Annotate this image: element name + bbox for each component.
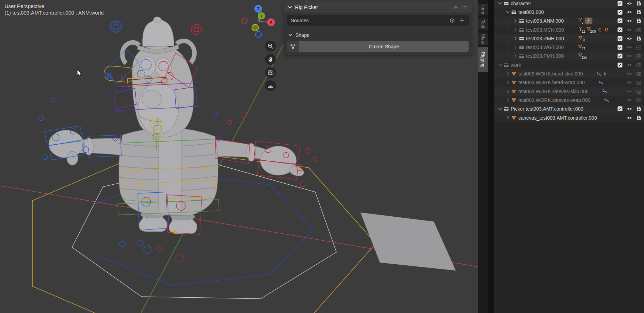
render-visibility-toggle[interactable] bbox=[634, 0, 643, 8]
outliner-row[interactable]: test003.PMH.000126 bbox=[494, 52, 644, 61]
render-visibility-toggle[interactable] bbox=[634, 25, 643, 34]
chevron-right-icon[interactable] bbox=[505, 89, 511, 94]
viewport-hide-toggle[interactable] bbox=[625, 69, 634, 78]
gizmo-z-negative-ball[interactable] bbox=[255, 31, 262, 38]
viewport-hide-toggle[interactable] bbox=[625, 61, 634, 69]
exclude-collection-checkbox[interactable] bbox=[615, 25, 625, 34]
exclude-collection-checkbox[interactable] bbox=[615, 8, 625, 16]
render-visibility-toggle[interactable] bbox=[634, 113, 643, 122]
tab-item[interactable]: Item bbox=[478, 4, 488, 15]
shape-collapse-chevron-icon[interactable] bbox=[288, 32, 293, 38]
outliner-row[interactable]: test003.WORK.sleeves-skin.000 bbox=[494, 87, 644, 96]
chevron-right-icon[interactable] bbox=[505, 97, 511, 103]
create-shape-icon-button[interactable] bbox=[287, 41, 299, 52]
editor-divider[interactable] bbox=[488, 0, 494, 313]
tab-rigging[interactable]: Rigging bbox=[478, 47, 488, 72]
checkbox-checked-icon bbox=[618, 10, 622, 15]
render-visibility-toggle[interactable] bbox=[634, 69, 643, 78]
render-visibility-toggle[interactable] bbox=[634, 105, 643, 113]
outliner-row[interactable]: test003.RMH.00031 bbox=[494, 34, 644, 43]
create-shape-button[interactable]: Create Shape bbox=[299, 41, 469, 52]
viewport-3d[interactable]: R L User Perspective (1) test003.AMT.con… bbox=[0, 0, 488, 313]
render-visibility-toggle[interactable] bbox=[634, 78, 643, 87]
outliner-row[interactable]: test003.WORK.head-skin.000 bbox=[494, 69, 644, 78]
exclude-collection-checkbox[interactable] bbox=[615, 61, 625, 69]
render-visibility-toggle[interactable] bbox=[634, 43, 643, 51]
chevron-down-icon[interactable] bbox=[505, 9, 511, 15]
panel-collapse-chevron-icon[interactable] bbox=[287, 5, 293, 10]
gizmo-y-negative-ball[interactable] bbox=[252, 24, 259, 31]
viewport-hide-toggle[interactable] bbox=[625, 52, 634, 61]
outliner-row[interactable]: test003.WGT.00047 bbox=[494, 43, 644, 51]
mesh-object-icon bbox=[511, 71, 517, 77]
outliner-row[interactable]: canevas_test003.AMT.controller.000 bbox=[494, 113, 644, 122]
mesh-cube-icon[interactable] bbox=[450, 18, 455, 23]
gizmo-z-ball[interactable]: Z bbox=[254, 5, 262, 13]
render-visibility-toggle[interactable] bbox=[634, 87, 643, 96]
row-badges bbox=[599, 80, 604, 85]
shape-subpanel-header[interactable]: Shape bbox=[284, 30, 472, 40]
exclude-collection-checkbox[interactable] bbox=[615, 52, 625, 61]
outliner-row[interactable]: test003.000 bbox=[494, 8, 644, 16]
outliner-row[interactable]: character bbox=[494, 0, 644, 8]
outliner-row[interactable]: test003.MCH.00011209 bbox=[494, 25, 644, 34]
exclude-collection-checkbox[interactable] bbox=[615, 0, 625, 8]
outliner-row[interactable]: work bbox=[494, 61, 644, 69]
viewport-hide-toggle[interactable] bbox=[625, 87, 634, 96]
viewport-hide-toggle[interactable] bbox=[625, 43, 634, 51]
render-visibility-toggle[interactable] bbox=[634, 52, 643, 61]
outliner-row[interactable]: test003.ANM.0003 bbox=[494, 17, 644, 25]
rig-picker-panel-header[interactable]: Rig Picker bbox=[284, 2, 472, 13]
outliner-item-label: test003.ANM.000 bbox=[526, 18, 564, 24]
outliner-row[interactable]: test003.WORK.sleeves-wrap.000 bbox=[494, 96, 644, 104]
gizmo-x-ball[interactable]: X bbox=[267, 18, 275, 26]
exclude-collection-checkbox[interactable] bbox=[615, 105, 625, 113]
outliner-row[interactable]: Picker test003.AMT.controller.000 bbox=[494, 105, 644, 113]
plus-icon[interactable] bbox=[453, 5, 459, 10]
gizmo-x-negative-ball[interactable] bbox=[241, 17, 248, 24]
viewport-hide-toggle[interactable] bbox=[625, 113, 634, 122]
viewport-hide-toggle[interactable] bbox=[625, 105, 634, 113]
mesh-object-icon bbox=[511, 115, 517, 121]
chevron-right-icon[interactable] bbox=[505, 80, 511, 85]
dots-grid-icon[interactable] bbox=[462, 6, 468, 9]
plane-object[interactable] bbox=[360, 212, 456, 271]
chevron-down-icon[interactable] bbox=[497, 62, 503, 68]
render-visibility-toggle[interactable] bbox=[634, 96, 643, 104]
hand-button[interactable] bbox=[265, 54, 276, 65]
camera-button[interactable] bbox=[265, 67, 276, 78]
tab-view[interactable]: View bbox=[478, 33, 488, 45]
magnifier-plus-button[interactable] bbox=[265, 41, 276, 51]
chevron-right-icon[interactable] bbox=[512, 45, 518, 50]
grid-button[interactable] bbox=[265, 80, 276, 91]
exclude-collection-checkbox[interactable] bbox=[615, 43, 625, 51]
render-visibility-toggle[interactable] bbox=[634, 17, 643, 25]
viewport-hide-toggle[interactable] bbox=[625, 17, 634, 25]
viewport-hide-toggle[interactable] bbox=[625, 8, 634, 16]
exclude-collection-checkbox[interactable] bbox=[615, 34, 625, 43]
sources-list[interactable]: Sources bbox=[287, 15, 469, 26]
render-visibility-toggle[interactable] bbox=[634, 8, 643, 16]
chevron-down-icon[interactable] bbox=[497, 1, 503, 6]
render-visibility-toggle[interactable] bbox=[634, 61, 643, 69]
navigation-gizmo[interactable]: Y Z X bbox=[240, 3, 277, 39]
chevron-right-icon[interactable] bbox=[512, 36, 518, 41]
viewport-hide-toggle[interactable] bbox=[625, 0, 634, 8]
gizmo-y-ball[interactable]: Y bbox=[258, 12, 265, 19]
chevron-right-icon[interactable] bbox=[512, 27, 518, 33]
chevron-right-icon[interactable] bbox=[505, 71, 511, 77]
exclude-collection-checkbox[interactable] bbox=[615, 17, 625, 25]
chevron-right-icon[interactable] bbox=[512, 18, 518, 24]
outliner-row[interactable]: test003.WORK.head-wrap.000 bbox=[494, 78, 644, 87]
plus-icon[interactable] bbox=[459, 18, 464, 23]
chevron-right-icon[interactable] bbox=[505, 115, 511, 121]
tab-tool[interactable]: Tool bbox=[478, 18, 488, 30]
floor-dot-control[interactable] bbox=[173, 230, 177, 234]
render-visibility-toggle[interactable] bbox=[634, 34, 643, 43]
viewport-hide-toggle[interactable] bbox=[625, 96, 634, 104]
viewport-hide-toggle[interactable] bbox=[625, 25, 634, 34]
chevron-down-icon[interactable] bbox=[497, 106, 503, 112]
chevron-right-icon[interactable] bbox=[512, 53, 518, 59]
viewport-hide-toggle[interactable] bbox=[625, 34, 634, 43]
viewport-hide-toggle[interactable] bbox=[625, 78, 634, 87]
